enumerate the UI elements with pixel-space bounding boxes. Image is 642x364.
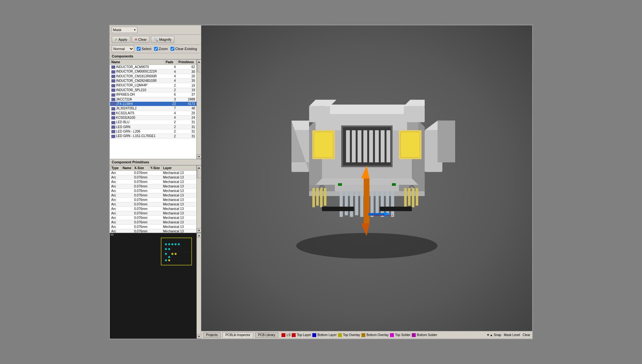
primitive-row[interactable]: Arc 0.076mm Mechanical 13 — [110, 225, 196, 229]
select-checkbox[interactable] — [137, 47, 141, 51]
component-row[interactable]: JT4-1138HI 23 4173 — [110, 101, 196, 106]
svg-rect-70 — [391, 191, 394, 217]
ls-label: LS — [287, 333, 291, 337]
svg-rect-57 — [408, 188, 411, 206]
select-label: Select — [142, 47, 152, 51]
svg-rect-55 — [324, 188, 326, 206]
prim-layer: Mechanical 13 — [162, 211, 196, 216]
prim-scroll-thumb[interactable] — [197, 169, 201, 178]
component-row[interactable]: IRF66ES-DH 6 37 — [110, 92, 196, 97]
component-row[interactable]: KC5032A100 4 24 — [110, 115, 196, 120]
svg-rect-28 — [404, 106, 425, 122]
svg-point-6 — [178, 243, 180, 245]
tab-pcb-library[interactable]: PCB Library — [255, 332, 278, 338]
prim-ysize — [149, 229, 162, 233]
comp-name: JT4-1138HI — [110, 101, 164, 106]
svg-rect-40 — [369, 130, 373, 162]
prim-name — [121, 225, 133, 229]
scroll-thumb[interactable] — [197, 63, 201, 72]
primitives-scrollbar[interactable]: ▲ ▼ — [196, 165, 201, 233]
clear-existing-checkbox-label[interactable]: Clear Existing — [170, 47, 197, 51]
status-right: ▼▲ Snap Mask Level Clear — [487, 333, 530, 337]
primitive-row[interactable]: Arc 0.076mm Mechanical 13 — [110, 216, 196, 220]
minimap-scroll-down[interactable]: ▼ — [197, 334, 201, 339]
clear-x-icon: ✕ — [134, 38, 137, 42]
prim-col-ysize[interactable]: Y-Size — [149, 166, 162, 171]
tab-pcblib-inspector[interactable]: PCBLib Inspector — [222, 332, 253, 338]
clear-button[interactable]: ✕ Clear — [132, 36, 150, 43]
component-row[interactable]: LED BLU 2 31 — [110, 120, 196, 125]
top-layer-label: Top Layer — [297, 333, 311, 337]
3d-viewport[interactable]: Projects PCBLib Inspector PCB Library LS… — [201, 25, 532, 339]
col-name[interactable]: Name — [110, 60, 164, 65]
prim-ysize — [149, 184, 162, 189]
top-overlay-label: Top Overlay — [343, 333, 360, 337]
tab-projects[interactable]: Projects — [203, 332, 221, 338]
connector-3d-model — [277, 89, 457, 268]
component-row[interactable]: INDUCTOR_CM2824B103R 4 35 — [110, 79, 196, 83]
component-row[interactable]: INDUCTOR_CM1812R600R 4 20 — [110, 74, 196, 78]
ls-dot — [282, 333, 285, 337]
component-row[interactable]: JIL3024T05L2 7 48 — [110, 106, 196, 111]
prim-type: Arc — [110, 193, 121, 198]
primitive-row[interactable]: Arc 0.076mm Mechanical 13 — [110, 202, 196, 207]
component-row[interactable]: KC322LAI75 4 20 — [110, 111, 196, 115]
minimap-scroll-up[interactable]: ▲ — [197, 233, 201, 238]
primitives-table-container[interactable]: Type Name X-Size Y-Size Layer Arc 0.076m… — [110, 165, 196, 233]
scroll-down-arrow[interactable]: ▼ — [197, 154, 201, 159]
mode-select[interactable]: Normal Highlight Dim — [112, 46, 134, 52]
clear-existing-checkbox[interactable] — [170, 47, 174, 51]
component-row[interactable]: INDUCTOR_SPL210 2 19 — [110, 88, 196, 92]
primitive-row[interactable]: Arc 0.076mm Mechanical 13 — [110, 211, 196, 216]
prim-xsize: 0.076mm — [133, 202, 149, 207]
component-row[interactable]: INDUCTOR_ACM9070 4 62 — [110, 65, 196, 69]
comp-name: LED GRN - L151-CL70GE1 — [110, 134, 164, 138]
primitive-row[interactable]: Arc 0.076mm Mechanical 13 — [110, 220, 196, 225]
comp-pads: 2 — [164, 88, 177, 92]
components-table-container[interactable]: Name Pads Primitives INDUCTOR_ACM9070 4 … — [110, 59, 196, 159]
primitive-row[interactable]: Arc 0.076mm Mechanical 13 — [110, 193, 196, 198]
component-row[interactable]: INDUCTOR_LQM44P 2 19 — [110, 83, 196, 88]
clear-status-label[interactable]: Clear — [523, 333, 530, 337]
primitive-row[interactable]: Arc 0.076mm Mechanical 13 — [110, 198, 196, 202]
prim-col-type[interactable]: Type — [110, 166, 121, 171]
prim-col-layer[interactable]: Layer — [162, 166, 196, 171]
primitive-row[interactable]: Arc 0.076mm Mechanical 13 — [110, 229, 196, 233]
comp-primitives: 20 — [177, 111, 196, 115]
apply-button[interactable]: ✓ Apply — [112, 36, 130, 43]
zoom-checkbox[interactable] — [154, 47, 158, 51]
comp-name: KC5032A100 — [110, 115, 164, 120]
mask-dropdown[interactable]: Mask ▼ — [112, 27, 137, 33]
component-row[interactable]: INDUCTOR_CM0005C221R 4 30 — [110, 69, 196, 74]
comp-name: INDUCTOR_LQM44P — [110, 83, 164, 88]
magnify-button[interactable]: 🔍 Magnify — [151, 36, 175, 43]
col-pads[interactable]: Pads — [164, 60, 177, 65]
primitive-row[interactable]: Arc 0.076mm Mechanical 13 — [110, 189, 196, 193]
select-checkbox-label[interactable]: Select — [137, 47, 152, 51]
components-scrollbar[interactable]: ▲ ▼ — [196, 59, 201, 159]
prim-scroll-down[interactable]: ▼ — [197, 228, 201, 233]
prim-xsize: 0.076mm — [133, 171, 149, 175]
component-row[interactable]: LED GRN - L206 2 31 — [110, 129, 196, 134]
prim-col-xsize[interactable]: X-Size — [133, 166, 149, 171]
component-row[interactable]: JACC722A 3 2488 — [110, 97, 196, 101]
col-primitives[interactable]: Primitives — [177, 60, 196, 65]
prim-col-name[interactable]: Name — [121, 166, 133, 171]
component-row[interactable]: LED GRN - L151-CL70GE1 2 31 — [110, 134, 196, 138]
svg-marker-29 — [404, 100, 425, 106]
prim-name — [121, 171, 133, 175]
prim-name — [121, 202, 133, 207]
primitive-row[interactable]: Arc 0.076mm Mechanical 13 — [110, 184, 196, 189]
prim-layer: Mechanical 13 — [162, 216, 196, 220]
component-row[interactable]: LED GRN 2 31 — [110, 125, 196, 129]
primitive-row[interactable]: Arc 0.076mm Mechanical 13 — [110, 171, 196, 175]
zoom-checkbox-label[interactable]: Zoom — [154, 47, 168, 51]
svg-point-18 — [296, 233, 438, 259]
minimap-scrollbar[interactable]: ▲ ▼ — [196, 233, 201, 339]
primitive-row[interactable]: Arc 0.076mm Mechanical 13 — [110, 207, 196, 211]
comp-name: INDUCTOR_CM2824B103R — [110, 79, 164, 83]
comp-primitives: 20 — [177, 74, 196, 78]
svg-rect-58 — [412, 188, 414, 207]
primitive-row[interactable]: Arc 0.076mm Mechanical 13 — [110, 175, 196, 180]
primitive-row[interactable]: Arc 0.076mm Mechanical 13 — [110, 180, 196, 184]
